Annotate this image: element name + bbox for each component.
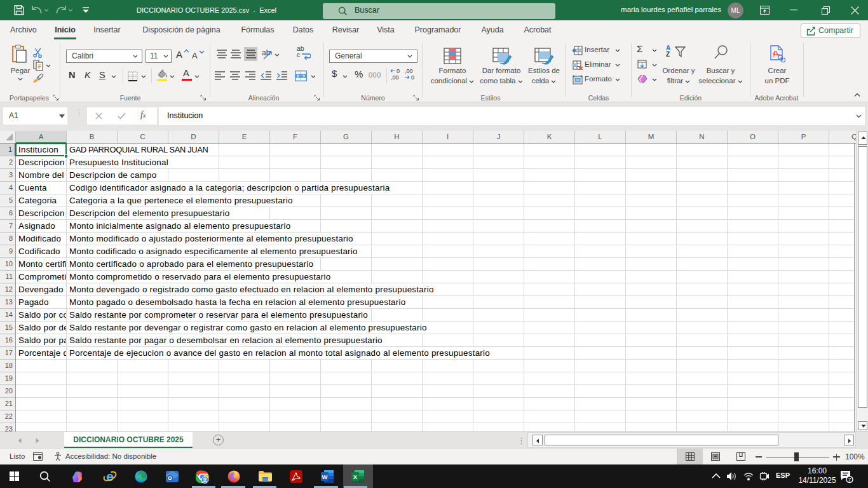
svg-text:,00: ,00 xyxy=(391,74,399,81)
svg-text:W: W xyxy=(322,473,328,480)
svg-text:X: X xyxy=(353,473,358,480)
svg-text:7: 7 xyxy=(848,476,851,483)
svg-text:0: 0 xyxy=(411,74,414,81)
svg-text:,00: ,00 xyxy=(405,68,413,74)
svg-text:0: 0 xyxy=(397,68,400,74)
